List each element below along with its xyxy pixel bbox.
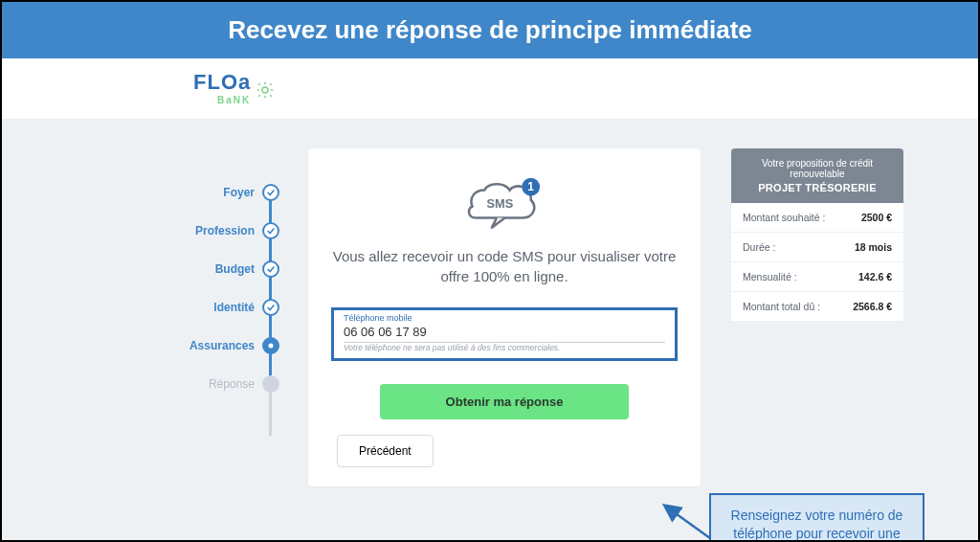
brand-logo: FLOa BaNK [193, 70, 274, 105]
summary-value: 142.6 € [858, 271, 892, 282]
sms-cloud-icon: SMS 1 [464, 175, 546, 233]
pending-dot-icon [262, 375, 279, 393]
callout-text: Renseignez votre numéro de téléphone pou… [725, 508, 908, 542]
step-label: Budget [174, 262, 255, 276]
logo-text: FLOa [193, 70, 251, 94]
submit-button[interactable]: Obtenir ma réponse [380, 384, 629, 419]
summary-body: Montant souhaité : 2500 € Durée : 18 moi… [731, 203, 903, 321]
phone-field-hint: Votre téléphone ne sera pas utilisé à de… [344, 343, 665, 352]
summary-row-duration: Durée : 18 mois [731, 233, 903, 262]
svg-text:1: 1 [527, 180, 534, 193]
summary-key: Montant total dû : [743, 301, 820, 312]
banner-title: Recevez une réponse de principe immédiat… [228, 15, 752, 44]
summary-header: Votre proposition de crédit renouvelable… [731, 148, 903, 203]
summary-value: 2566.8 € [853, 301, 892, 312]
help-callout: Renseignez votre numéro de téléphone pou… [709, 493, 924, 542]
svg-line-7 [270, 83, 272, 85]
credit-summary: Votre proposition de crédit renouvelable… [731, 148, 903, 321]
step-assurances[interactable]: Assurances [174, 327, 279, 365]
check-icon [262, 184, 279, 201]
page-banner: Recevez une réponse de principe immédiat… [2, 2, 978, 58]
step-label: Profession [174, 224, 255, 237]
svg-line-6 [270, 95, 272, 97]
step-label: Identité [174, 301, 255, 314]
summary-key: Mensualité : [743, 271, 797, 282]
summary-row-total: Montant total dû : 2566.8 € [731, 292, 903, 321]
svg-line-5 [258, 83, 260, 85]
svg-line-8 [258, 95, 260, 97]
sms-card: SMS 1 Vous allez recevoir un code SMS po… [308, 148, 701, 486]
step-label: Réponse [174, 377, 255, 391]
summary-key: Montant souhaité : [743, 212, 825, 223]
phone-input[interactable] [344, 323, 665, 343]
step-label: Foyer [174, 186, 255, 199]
svg-point-9 [269, 344, 274, 349]
step-identite[interactable]: Identité [174, 288, 279, 327]
logo-gear-icon [256, 79, 274, 97]
step-profession[interactable]: Profession [174, 212, 279, 250]
summary-head-line2: PROJET TRÉSORERIE [739, 182, 896, 193]
phone-field-wrap[interactable]: Téléphone mobile Votre téléphone ne sera… [331, 307, 678, 361]
step-reponse: Réponse [174, 365, 279, 403]
logo-subtext: BaNK [193, 95, 251, 105]
summary-key: Durée : [743, 241, 775, 253]
step-foyer[interactable]: Foyer [174, 173, 279, 212]
current-dot-icon [262, 337, 279, 354]
previous-button[interactable]: Précédent [337, 435, 434, 467]
summary-value: 18 mois [855, 241, 892, 253]
content-area: Foyer Profession Budget Identité Assuran… [2, 120, 978, 542]
check-icon [262, 260, 279, 278]
logo-bar: FLOa BaNK [2, 58, 978, 120]
svg-text:SMS: SMS [486, 196, 513, 211]
svg-point-0 [262, 87, 268, 93]
check-icon [262, 222, 279, 239]
step-budget[interactable]: Budget [174, 250, 279, 288]
summary-head-line1: Votre proposition de crédit renouvelable [762, 158, 873, 179]
check-icon [262, 299, 279, 316]
phone-field-label: Téléphone mobile [344, 314, 665, 323]
summary-row-monthly: Mensualité : 142.6 € [731, 262, 903, 292]
summary-value: 2500 € [861, 212, 892, 223]
card-text: Vous allez recevoir un code SMS pour vis… [331, 246, 678, 286]
progress-stepper: Foyer Profession Budget Identité Assuran… [174, 173, 279, 403]
step-label: Assurances [174, 339, 255, 352]
